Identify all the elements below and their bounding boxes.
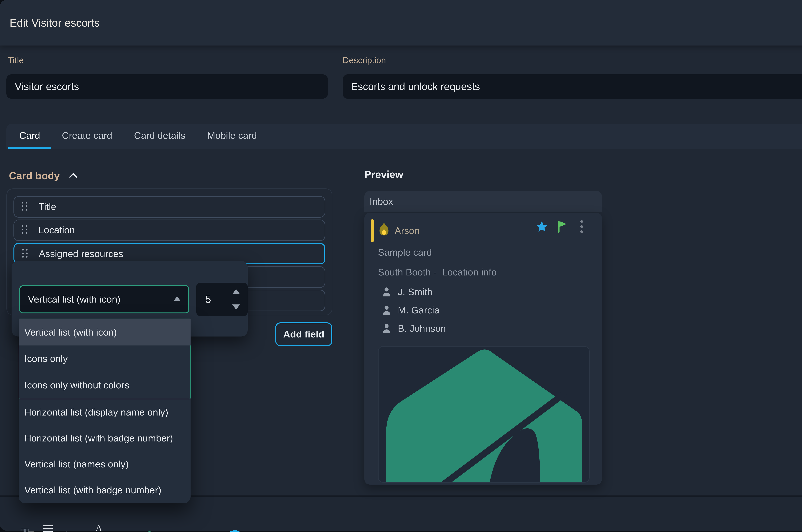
edit-card-modal: Edit Visitor escorts ✕ Title Visitor esc… [0, 0, 802, 531]
count-stepper[interactable]: 5 [196, 283, 248, 316]
display-mode-select[interactable]: Vertical list (with icon) [19, 285, 189, 314]
field-row-location[interactable]: Location [14, 220, 325, 241]
drag-handle-icon[interactable] [22, 225, 28, 235]
drag-handle-icon[interactable] [22, 202, 28, 211]
preview-card-image [378, 346, 590, 483]
tab-card[interactable]: Card [8, 124, 51, 149]
trash-icon[interactable] [229, 529, 241, 532]
field-row-title[interactable]: Title [14, 196, 325, 217]
person-icon [382, 324, 391, 333]
tab-card-details[interactable]: Card details [123, 124, 196, 149]
option-vertical-list-names-only[interactable]: Vertical list (names only) [19, 451, 190, 477]
font-size-icon[interactable]: TT [20, 525, 34, 532]
font-underline-icon[interactable]: A [94, 524, 104, 532]
option-vertical-list-with-icon[interactable]: Vertical list (with icon) [19, 319, 190, 345]
preview-card-title: Sample card [378, 247, 432, 258]
title-input[interactable]: Visitor escorts [6, 74, 328, 99]
chevron-up-icon [69, 169, 77, 180]
logo-mark-icon [382, 348, 586, 483]
description-input[interactable]: Escorts and unlock requests [343, 74, 802, 99]
person-name: J. Smith [398, 286, 433, 298]
count-badge: 3 [143, 531, 156, 532]
stepper-up-icon[interactable] [232, 289, 240, 294]
field-row-label: Location [38, 220, 75, 240]
display-mode-dropdown: Vertical list (with icon) Icons only Ico… [19, 319, 190, 503]
person-name: B. Johnson [398, 323, 446, 334]
person-icon [382, 287, 391, 297]
preview-inbox-bar: Inbox [364, 191, 602, 212]
assigned-person-row: B. Johnson [382, 323, 588, 335]
field-row-label: Title [38, 197, 56, 217]
tab-create-card[interactable]: Create card [51, 124, 123, 149]
modal-header: Edit Visitor escorts ✕ [0, 0, 802, 45]
option-icons-only[interactable]: Icons only [19, 345, 190, 372]
flag-icon[interactable] [557, 221, 567, 235]
option-icons-only-without-colors[interactable]: Icons only without colors [19, 372, 190, 399]
drag-handle-icon[interactable] [22, 249, 28, 259]
stepper-down-icon[interactable] [232, 304, 240, 309]
preview-card: Arson Sample card South Booth - Location… [364, 213, 602, 484]
tab-mobile-card[interactable]: Mobile card [196, 124, 268, 149]
title-label: Title [8, 55, 24, 65]
person-name: M. Garcia [398, 305, 439, 316]
option-horizontal-list-badge-number[interactable]: Horizontal list (with badge number) [19, 425, 190, 451]
preview-card-subtitle: South Booth - Location info [378, 267, 497, 278]
screen: Edit Visitor escorts ✕ Title Visitor esc… [0, 0, 802, 532]
option-horizontal-list-display-name[interactable]: Horizontal list (display name only) [19, 399, 190, 425]
line-spacing-icon[interactable] [43, 525, 53, 532]
preview-heading: Preview [364, 169, 403, 180]
tab-bar: Card Create card Card details Mobile car… [6, 124, 802, 149]
inbox-label: Inbox [369, 191, 393, 212]
caret-up-icon [174, 297, 181, 301]
card-body-heading[interactable]: Card body [9, 169, 77, 182]
description-label: Description [343, 55, 386, 65]
add-field-button[interactable]: Add field [275, 322, 332, 346]
display-mode-value: Vertical list (with icon) [28, 286, 121, 312]
category-label: Arson [395, 219, 420, 242]
field-width-icon[interactable] [62, 528, 74, 532]
option-vertical-list-badge-number[interactable]: Vertical list (with badge number) [19, 477, 190, 503]
card-body-heading-label: Card body [9, 170, 60, 182]
person-icon [382, 305, 391, 315]
count-value: 5 [205, 283, 211, 316]
kebab-menu-icon[interactable] [580, 220, 583, 236]
assigned-person-row: M. Garcia [382, 305, 588, 316]
modal-title: Edit Visitor escorts [10, 0, 100, 45]
category-color-bar [371, 219, 374, 242]
star-icon[interactable] [536, 221, 548, 235]
flame-icon [378, 223, 390, 240]
assigned-person-row: J. Smith [382, 286, 588, 298]
